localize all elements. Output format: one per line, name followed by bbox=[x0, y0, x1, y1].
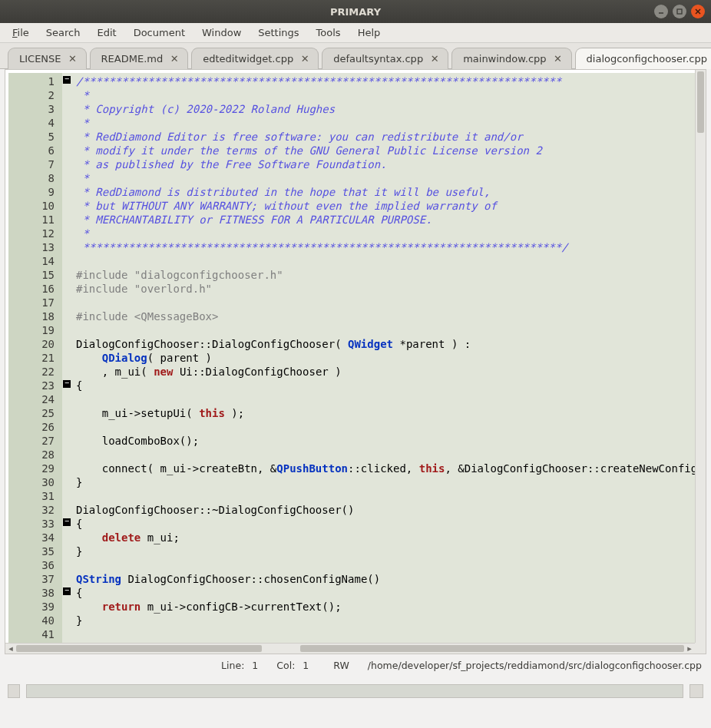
maximize-icon bbox=[676, 8, 683, 15]
tab-mainwindow-cpp[interactable]: mainwindow.cpp✕ bbox=[451, 48, 571, 69]
code-content[interactable]: /***************************************… bbox=[73, 73, 695, 643]
close-button[interactable] bbox=[691, 5, 705, 18]
status-path: /home/developer/sf_projects/reddiamond/s… bbox=[368, 660, 702, 671]
fold-toggle-icon[interactable]: − bbox=[63, 587, 71, 595]
scroll-corner bbox=[695, 643, 706, 654]
status-col-label: Col: bbox=[276, 660, 295, 671]
status-bar: Line: 1 Col: 1 RW /home/developer/sf_pro… bbox=[0, 654, 711, 676]
hscroll-right-icon[interactable]: ▸ bbox=[684, 644, 695, 654]
bottom-scrollbar[interactable] bbox=[8, 680, 703, 702]
tab-close-icon[interactable]: ✕ bbox=[553, 53, 564, 65]
maximize-button[interactable] bbox=[673, 5, 686, 18]
tab-defaultsyntax-cpp[interactable]: defaultsyntax.cpp✕ bbox=[322, 48, 448, 69]
window-title: PRIMARY bbox=[0, 6, 711, 18]
menu-bar: File Search Edit Document Window Setting… bbox=[0, 23, 711, 43]
tab-label: dialogconfigchooser.cpp bbox=[587, 53, 707, 65]
title-bar: PRIMARY bbox=[0, 0, 711, 23]
menu-search[interactable]: Search bbox=[38, 25, 88, 41]
tab-bar: LICENSE✕README.md✕edteditwidget.cpp✕defa… bbox=[0, 43, 711, 69]
bottom-scroll-track[interactable] bbox=[26, 684, 683, 698]
tab-close-icon[interactable]: ✕ bbox=[169, 53, 180, 65]
minimize-button[interactable] bbox=[654, 5, 668, 18]
bottom-scroll-left[interactable] bbox=[8, 684, 20, 698]
tab-close-icon[interactable]: ✕ bbox=[299, 53, 310, 65]
svg-rect-1 bbox=[677, 9, 682, 14]
tab-close-icon[interactable]: ✕ bbox=[68, 53, 78, 65]
tab-readme-md[interactable]: README.md✕ bbox=[90, 48, 189, 69]
hscroll-thumb-right[interactable] bbox=[300, 645, 684, 652]
close-icon bbox=[694, 8, 702, 15]
fold-column: −−−− bbox=[62, 73, 73, 643]
fold-toggle-icon[interactable]: − bbox=[63, 518, 71, 526]
tab-label: mainwindow.cpp bbox=[463, 53, 546, 65]
bottom-scroll-right[interactable] bbox=[690, 684, 703, 698]
status-col-value: 1 bbox=[303, 660, 309, 671]
menu-help[interactable]: Help bbox=[350, 25, 389, 41]
vertical-scrollbar[interactable] bbox=[695, 70, 706, 643]
editor-area: 1 2 3 4 5 6 7 8 9 10 11 12 13 14 15 16 1… bbox=[5, 69, 706, 654]
tab-label: edteditwidget.cpp bbox=[203, 53, 293, 65]
menu-document[interactable]: Document bbox=[126, 25, 193, 41]
status-line-label: Line: bbox=[221, 660, 244, 671]
tab-license[interactable]: LICENSE✕ bbox=[8, 48, 87, 69]
fold-toggle-icon[interactable]: − bbox=[63, 76, 71, 84]
menu-tools[interactable]: Tools bbox=[309, 25, 349, 41]
status-mode: RW bbox=[333, 660, 349, 671]
editor-viewport: 1 2 3 4 5 6 7 8 9 10 11 12 13 14 15 16 1… bbox=[8, 73, 695, 643]
fold-toggle-icon[interactable]: − bbox=[63, 380, 71, 388]
menu-edit[interactable]: Edit bbox=[89, 25, 124, 41]
line-number-gutter: 1 2 3 4 5 6 7 8 9 10 11 12 13 14 15 16 1… bbox=[8, 73, 62, 643]
menu-file[interactable]: File bbox=[5, 25, 37, 41]
tab-dialogconfigchooser-cpp[interactable]: dialogconfigchooser.cpp✕ bbox=[575, 48, 711, 69]
window-controls bbox=[654, 5, 705, 18]
minimize-icon bbox=[657, 8, 665, 15]
tab-close-icon[interactable]: ✕ bbox=[429, 53, 440, 65]
hscroll-left-icon[interactable]: ◂ bbox=[5, 644, 16, 654]
tab-edteditwidget-cpp[interactable]: edteditwidget.cpp✕ bbox=[191, 48, 319, 69]
hscroll-thumb-left[interactable] bbox=[16, 645, 262, 652]
tab-label: LICENSE bbox=[19, 53, 61, 65]
status-line-value: 1 bbox=[252, 660, 258, 671]
vertical-scroll-thumb[interactable] bbox=[697, 71, 704, 133]
tab-label: README.md bbox=[101, 53, 164, 65]
horizontal-scrollbar[interactable]: ◂ ▸ bbox=[5, 643, 695, 654]
tab-label: defaultsyntax.cpp bbox=[333, 53, 423, 65]
menu-settings[interactable]: Settings bbox=[250, 25, 306, 41]
menu-window[interactable]: Window bbox=[194, 25, 249, 41]
